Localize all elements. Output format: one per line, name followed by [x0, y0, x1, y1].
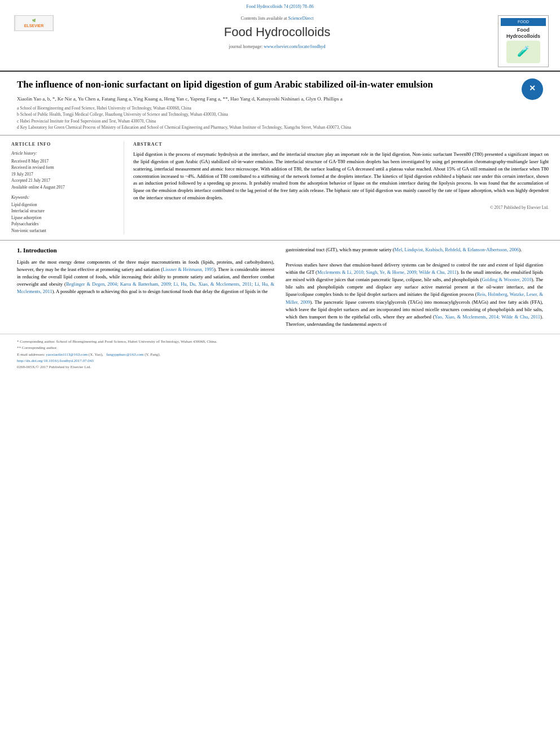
article-info-title: ARTICLE INFO: [11, 141, 117, 147]
history-item-2: 19 July 2017: [11, 172, 117, 178]
copyright-notice: © 2017 Published by Elsevier Ltd.: [133, 205, 549, 211]
footer-email: E-mail addresses: yaoxiaolin1113@163.com…: [17, 352, 543, 358]
email2-name: (Y. Fang).: [145, 352, 160, 357]
history-item-0: Received 8 May 2017: [11, 159, 117, 165]
journal-logo-box: FOOD FoodHydrocolloids 🧪: [498, 15, 549, 67]
journal-ref-text: Food Hydrocolloids 74 (2018) 78–86: [246, 4, 314, 9]
page: Food Hydrocolloids 74 (2018) 78–86 🌿 ELS…: [0, 0, 560, 747]
svg-rect-0: [16, 16, 53, 30]
doi-link[interactable]: http://dx.doi.org/10.1016/j.foodhyd.2017…: [17, 359, 94, 363]
journal-ref-line: Food Hydrocolloids 74 (2018) 78–86: [0, 0, 560, 11]
abstract-title: ABSTRACT: [133, 141, 549, 147]
ref-golding[interactable]: Golding & Wooster, 2010: [482, 277, 531, 282]
homepage-link[interactable]: www.elsevier.com/locate/foodhyd: [264, 44, 325, 49]
elsevier-logo: 🌿 ELSEVIER: [11, 15, 56, 31]
intro-heading: 1. Introduction: [17, 246, 274, 255]
article-section: The influence of non-ionic surfactant on…: [0, 72, 560, 136]
journal-title-main: Food Hydrocolloids: [62, 24, 492, 41]
page-footer: * Corresponding author. School of Bioeng…: [0, 334, 560, 373]
elsevier-logo-img: 🌿 ELSEVIER: [14, 15, 54, 31]
footer-corresponding2: ** Corresponding author.: [17, 345, 543, 351]
svg-text:ELSEVIER: ELSEVIER: [24, 24, 43, 28]
affiliation-b: b School of Public Health, Tongji Medica…: [17, 111, 543, 117]
intro-left-column: 1. Introduction Lipids are the most ener…: [17, 246, 274, 328]
intro-right-column: gastrointestinal tract (GIT), which may …: [286, 246, 543, 328]
history-item-1: Received in revised form: [11, 165, 117, 171]
journal-logo-band-text: FOOD: [518, 20, 529, 24]
journal-logo-band: FOOD: [501, 18, 546, 26]
intro-right-text: gastrointestinal tract (GIT), which may …: [286, 246, 543, 328]
abstract-text: Lipid digestion is the process of enzyma…: [133, 151, 549, 201]
ref-reis[interactable]: Reis, Holmberg, Watzke, Leser, & Miller,…: [286, 291, 543, 304]
history-item-3: Accepted 21 July 2017: [11, 178, 117, 184]
footer-corresponding1: * Corresponding author. School of Bioeng…: [17, 339, 543, 345]
history-item-4: Available online 4 August 2017: [11, 185, 117, 191]
affiliation-d: d Key Laboratory for Green Chemical Proc…: [17, 124, 543, 130]
email-label: E-mail addresses:: [17, 352, 45, 357]
email2-link[interactable]: fangypphurc@163.com: [106, 352, 143, 357]
header-center: Contents lists available at ScienceDirec…: [56, 15, 498, 50]
journal-logo-title: FoodHydrocolloids: [501, 27, 546, 40]
abstract-section: ABSTRACT Lipid digestion is the process …: [133, 141, 549, 234]
keyword-3: Polysaccharides: [11, 221, 117, 228]
email1-name: (X. Yao),: [89, 352, 103, 357]
homepage-text: journal homepage:: [229, 44, 263, 49]
journal-logo-image: 🧪: [506, 41, 540, 63]
sciencedirect-line: Contents lists available at ScienceDirec…: [62, 15, 492, 21]
article-info-abstract: ARTICLE INFO Article history: Received 8…: [0, 136, 560, 241]
corresponding2-text: ** Corresponding author.: [17, 346, 57, 350]
article-info-panel: ARTICLE INFO Article history: Received 8…: [11, 141, 124, 234]
footer-doi: http://dx.doi.org/10.1016/j.foodhyd.2017…: [17, 358, 543, 364]
intro-left-text: Lipids are the most energy dense compone…: [17, 259, 274, 296]
ref-mel[interactable]: Mel, Lindqvist, Krabisch, Rehfeld, & Erl…: [395, 247, 519, 252]
journal-homepage: journal homepage: www.elsevier.com/locat…: [62, 43, 492, 50]
corresponding1-text: * Corresponding author. School of Bioeng…: [17, 339, 217, 344]
keyword-4: Non-ionic surfactant: [11, 228, 117, 234]
crossmark-icon[interactable]: ✕: [522, 78, 543, 100]
keyword-1: Interfacial structure: [11, 208, 117, 215]
keywords-label: Keywords:: [11, 195, 117, 201]
keyword-0: Lipid digestion: [11, 202, 117, 208]
authors-text: Xiaolin Yao a, b, *, Ke Nie a, Yu Chen a…: [17, 96, 343, 102]
affiliation-c: c Hubei Provincial Institute for Food Su…: [17, 118, 543, 124]
email1-link[interactable]: yaoxiaolin1113@163.com: [46, 352, 88, 357]
ref-mcclements[interactable]: Mcclements & Li, 2010; Singh, Ye, & Horn…: [317, 269, 457, 275]
keyword-2: Lipase adsorption: [11, 215, 117, 221]
sciencedirect-link[interactable]: ScienceDirect: [288, 16, 314, 21]
ref-yao[interactable]: Yao, Xiao, & Mcclements, 2014; Wilde & C…: [435, 314, 540, 320]
ref-beglinger[interactable]: Beglinger & Degen, 2004; Karra & Batterh…: [17, 281, 274, 294]
introduction-section: 1. Introduction Lipids are the most ener…: [0, 241, 560, 334]
keywords-section: Keywords: Lipid digestion Interfacial st…: [11, 195, 117, 234]
journal-header: 🌿 ELSEVIER Contents lists available at S…: [0, 11, 560, 71]
authors-line: Xiaolin Yao a, b, *, Ke Nie a, Yu Chen a…: [17, 95, 543, 103]
svg-text:🌿: 🌿: [32, 19, 36, 23]
sciencedirect-text: Contents lists available at: [241, 16, 287, 21]
history-label: Article history:: [11, 151, 117, 157]
footer-issn: 0268-005X/© 2017 Published by Elsevier L…: [17, 364, 543, 370]
article-title: The influence of non-ionic surfactant on…: [17, 78, 543, 91]
affiliations: a School of Bioengineering and Food Scie…: [17, 105, 543, 130]
ref-lissner[interactable]: Lissner & Heitmann, 1995: [163, 267, 214, 272]
affiliation-a: a School of Bioengineering and Food Scie…: [17, 105, 543, 111]
article-title-text: The influence of non-ionic surfactant on…: [17, 79, 433, 90]
